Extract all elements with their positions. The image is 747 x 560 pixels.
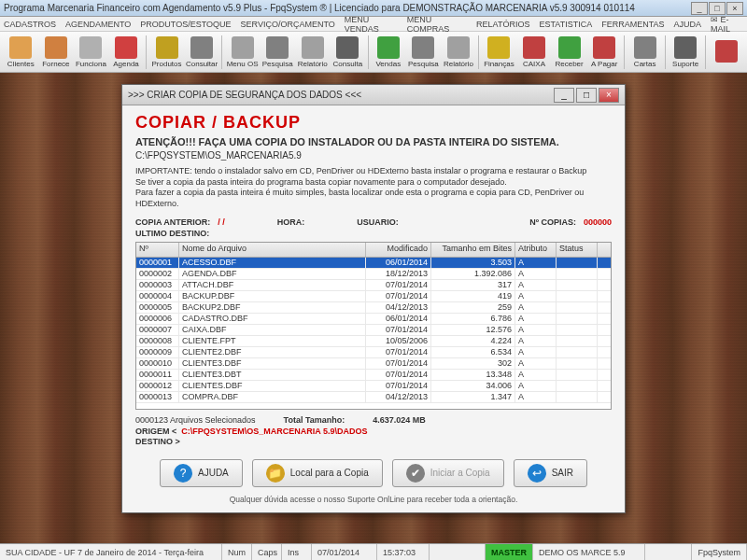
toolbar-separator xyxy=(665,35,666,69)
toolbar-menuos[interactable]: Menu OS xyxy=(225,34,260,71)
dialog-close-button[interactable]: × xyxy=(599,88,619,103)
toolbar-icon xyxy=(336,36,359,59)
table-row[interactable]: 0000002AGENDA.DBF18/12/20131.392.086A xyxy=(136,269,611,280)
menu-agendamento[interactable]: AGENDAMENTO xyxy=(65,20,131,29)
table-row[interactable]: 0000013COMPRA.DBF04/12/20131.347A xyxy=(136,392,611,403)
table-row[interactable]: 0000008CLIENTE.FPT10/05/20064.224A xyxy=(136,336,611,347)
table-row[interactable]: 0000004BACKUP.DBF07/01/2014419A xyxy=(136,291,611,302)
status-master: MASTER xyxy=(486,544,533,560)
summary-row: 0000123 Arquivos Selecionados Total Tama… xyxy=(135,415,612,425)
toolbar-label: Suporte xyxy=(672,60,698,68)
toolbar-funciona[interactable]: Funciona xyxy=(74,34,108,71)
toolbar-suporte[interactable]: Suporte xyxy=(669,34,703,71)
toolbar-relatrio[interactable]: Relatório xyxy=(442,34,476,71)
toolbar-label: Relatório xyxy=(444,60,473,68)
toolbar-relatrio[interactable]: Relatório xyxy=(295,34,330,71)
minimize-button[interactable]: _ xyxy=(691,2,708,15)
start-copy-button[interactable]: ✔ Iniciar a Copia xyxy=(392,459,504,487)
app-title: Programa Marcenaria Financeiro com Agend… xyxy=(4,3,691,13)
toolbar-pesquisa[interactable]: Pesquisa xyxy=(406,34,441,71)
file-grid[interactable]: NºNome do ArquivoModificadoTamanho em Bi… xyxy=(135,242,612,410)
toolbar: ClientesForneceFuncionaAgendaProdutosCon… xyxy=(0,32,747,73)
menu-ferramentas[interactable]: FERRAMENTAS xyxy=(601,20,664,29)
status-city: SUA CIDADE - UF 7 de Janeiro de 2014 - T… xyxy=(0,544,222,560)
dialog-footer-text: Qualquer dúvida acesse o nosso Suporte O… xyxy=(135,495,612,504)
toolbar-icon xyxy=(674,36,697,59)
status-brand: FpqSystem xyxy=(692,544,747,560)
menu-ajuda[interactable]: AJUDA xyxy=(673,20,701,29)
status-blank xyxy=(430,544,486,560)
table-row[interactable]: 0000001ACESSO.DBF06/01/20143.503A xyxy=(136,258,611,269)
menu-menucompras[interactable]: MENU COMPRAS xyxy=(407,15,467,34)
toolbar-apagar[interactable]: A Pagar xyxy=(587,34,622,71)
column-header[interactable]: Status xyxy=(557,243,598,257)
column-header[interactable]: Modificado xyxy=(366,243,431,257)
destination-row: DESTINO > xyxy=(135,437,612,446)
toolbar-fornece[interactable]: Fornece xyxy=(39,34,74,71)
exit-icon: ↩ xyxy=(528,464,546,483)
toolbar-label: Clientes xyxy=(7,60,35,68)
toolbar-consultar[interactable]: Consultar xyxy=(185,34,219,71)
status-date: 07/01/2014 xyxy=(312,544,377,560)
toolbar-receber[interactable]: Receber xyxy=(552,34,586,71)
close-button[interactable]: × xyxy=(726,2,743,15)
toolbar-exit[interactable] xyxy=(709,34,743,71)
folder-icon: 📁 xyxy=(266,464,285,483)
toolbar-label: Consultar xyxy=(186,60,218,68)
table-row[interactable]: 0000011CLIENTE3.DBT07/01/201413.348A xyxy=(136,370,611,381)
toolbar-label: CAIXA xyxy=(523,60,545,68)
column-header[interactable]: Atributo xyxy=(515,243,557,257)
toolbar-label: Receber xyxy=(555,60,583,68)
toolbar-clientes[interactable]: Clientes xyxy=(4,34,38,71)
exit-button[interactable]: ↩ SAIR xyxy=(514,459,587,487)
dialog-minimize-button[interactable]: _ xyxy=(554,88,574,103)
table-row[interactable]: 0000012CLIENTES.DBF07/01/201434.006A xyxy=(136,381,611,392)
toolbar-caixa[interactable]: CAIXA xyxy=(517,34,552,71)
toolbar-finanas[interactable]: Finanças xyxy=(482,34,516,71)
origin-row: ORIGEM < C:\FPQSYSTEM\OS_MARCENARIA 5.9\… xyxy=(135,427,612,436)
column-header[interactable]: Nº xyxy=(136,243,179,257)
choose-location-button[interactable]: 📁 Local para a Copia xyxy=(252,459,383,487)
menu-menuvendas[interactable]: MENU VENDAS xyxy=(345,15,398,34)
toolbar-consulta[interactable]: Consulta xyxy=(331,34,365,71)
maximize-button[interactable]: □ xyxy=(709,2,726,15)
table-row[interactable]: 0000010CLIENTE3.DBF07/01/2014302A xyxy=(136,358,611,370)
column-header[interactable]: Nome do Arquivo xyxy=(179,243,366,257)
dialog-titlebar: >>> CRIAR COPIA DE SEGURANÇA DOS DADOS <… xyxy=(122,85,625,105)
toolbar-separator xyxy=(478,35,479,69)
status-time: 15:37:03 xyxy=(377,544,430,560)
menu-serviooramento[interactable]: SERVIÇO/ORÇAMENTO xyxy=(241,20,335,29)
help-button[interactable]: ? AJUDA xyxy=(160,459,243,487)
toolbar-agenda[interactable]: Agenda xyxy=(109,34,144,71)
install-path: C:\FPQSYSTEM\OS_MARCENARIA5.9 xyxy=(135,150,612,161)
toolbar-separator xyxy=(705,35,706,69)
window-controls: _ □ × xyxy=(691,2,743,15)
menu-relatrios[interactable]: RELATÓRIOS xyxy=(476,20,529,29)
toolbar-pesquisa[interactable]: Pesquisa xyxy=(261,34,295,71)
column-header[interactable]: Tamanho em Bites xyxy=(431,243,515,257)
toolbar-icon xyxy=(79,36,102,59)
table-row[interactable]: 0000006CADASTRO.DBF06/01/20146.786A xyxy=(136,314,611,325)
status-numlock: Num xyxy=(222,544,252,560)
menu-estatistica[interactable]: ESTATISTICA xyxy=(539,20,592,29)
dialog-maximize-button[interactable]: □ xyxy=(576,88,597,103)
toolbar-icon xyxy=(523,36,545,59)
table-row[interactable]: 0000009CLIENTE2.DBF07/01/20146.534A xyxy=(136,347,611,358)
table-row[interactable]: 0000003ATTACH.DBF07/01/2014317A xyxy=(136,280,611,291)
toolbar-label: Fornece xyxy=(42,60,69,68)
backup-dialog: >>> CRIAR COPIA DE SEGURANÇA DOS DADOS <… xyxy=(121,84,626,513)
toolbar-label: Pesquisa xyxy=(262,60,293,68)
attention-text: ATENÇÃO!!! FAÇA UMA COPIA DO INSTALADOR … xyxy=(135,136,612,147)
toolbar-vendas[interactable]: Vendas xyxy=(372,34,406,71)
menu-produtosestoque[interactable]: PRODUTOS/ESTOQUE xyxy=(140,20,231,29)
previous-copy-row: COPIA ANTERIOR: / / HORA: USUARIO: Nº CO… xyxy=(135,217,612,227)
menu-cadastros[interactable]: CADASTROS xyxy=(4,20,56,29)
email-menu[interactable]: ✉ E-MAIL xyxy=(711,15,743,34)
table-row[interactable]: 0000007CAIXA.DBF07/01/201412.576A xyxy=(136,325,611,336)
toolbar-produtos[interactable]: Produtos xyxy=(149,34,184,71)
status-spacer xyxy=(645,544,692,560)
toolbar-icon xyxy=(156,36,178,59)
grid-body[interactable]: 0000001ACESSO.DBF06/01/20143.503A0000002… xyxy=(136,258,611,409)
toolbar-cartas[interactable]: Cartas xyxy=(627,34,662,71)
table-row[interactable]: 0000005BACKUP2.DBF04/12/2013259A xyxy=(136,302,611,314)
